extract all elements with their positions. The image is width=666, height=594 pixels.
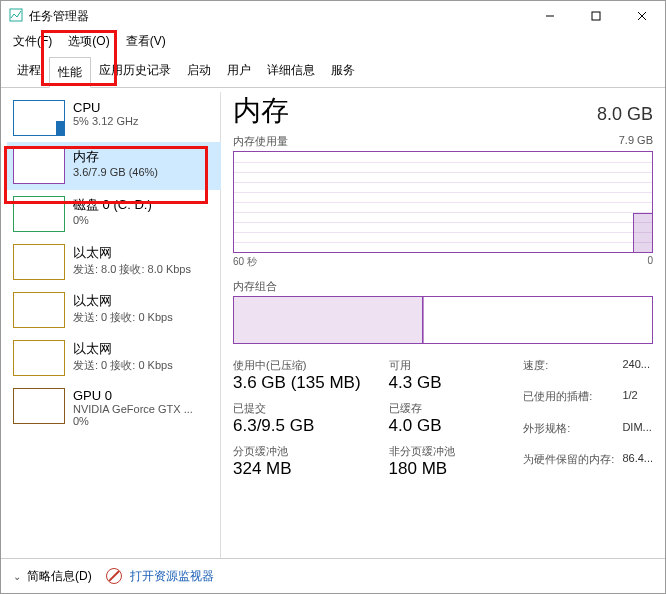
sidebar-item-sub: 3.6/7.9 GB (46%) bbox=[73, 166, 158, 178]
sidebar-item-label: 内存 bbox=[73, 148, 158, 166]
usage-graph-max: 7.9 GB bbox=[619, 134, 653, 149]
minimize-button[interactable] bbox=[527, 1, 573, 31]
paged-label: 分页缓冲池 bbox=[233, 444, 288, 459]
tab-details[interactable]: 详细信息 bbox=[259, 56, 323, 87]
sidebar-item-ethernet-1[interactable]: 以太网 发送: 0 接收: 0 Kbps bbox=[7, 286, 221, 334]
open-resource-monitor-link[interactable]: 打开资源监视器 bbox=[130, 568, 214, 585]
app-icon bbox=[9, 8, 23, 25]
sidebar-item-sub: 发送: 0 接收: 0 Kbps bbox=[73, 358, 173, 373]
sidebar-item-sub: NVIDIA GeForce GTX ... bbox=[73, 403, 193, 415]
gpu-thumbnail-icon bbox=[13, 388, 65, 424]
sidebar-item-ethernet-2[interactable]: 以太网 发送: 0 接收: 0 Kbps bbox=[7, 334, 221, 382]
slots-value: 1/2 bbox=[622, 389, 653, 416]
sidebar-item-label: CPU bbox=[73, 100, 138, 115]
main-panel: 内存 8.0 GB 内存使用量 7.9 GB 60 秒 0 内存组合 bbox=[221, 88, 665, 558]
net-thumbnail-icon bbox=[13, 340, 65, 376]
tab-startup[interactable]: 启动 bbox=[179, 56, 219, 87]
footer: ⌄ 简略信息(D) 打开资源监视器 bbox=[1, 558, 665, 593]
sidebar-item-sub: 发送: 0 接收: 0 Kbps bbox=[73, 310, 173, 325]
prohibited-icon bbox=[106, 568, 122, 584]
sidebar-item-sub: 发送: 8.0 接收: 8.0 Kbps bbox=[73, 262, 191, 277]
disk-thumbnail-icon bbox=[13, 196, 65, 232]
page-title: 内存 bbox=[233, 92, 289, 130]
slots-label: 已使用的插槽: bbox=[523, 389, 614, 416]
available-value: 4.3 GB bbox=[389, 373, 455, 393]
available-label: 可用 bbox=[389, 358, 411, 373]
speed-label: 速度: bbox=[523, 358, 614, 385]
tab-users[interactable]: 用户 bbox=[219, 56, 259, 87]
tabs: 进程 性能 应用历史记录 启动 用户 详细信息 服务 bbox=[1, 56, 665, 88]
tab-services[interactable]: 服务 bbox=[323, 56, 363, 87]
nonpaged-value: 180 MB bbox=[389, 459, 455, 479]
committed-label: 已提交 bbox=[233, 401, 266, 416]
net-thumbnail-icon bbox=[13, 244, 65, 280]
chevron-down-icon[interactable]: ⌄ bbox=[13, 571, 21, 582]
memory-usage-graph[interactable] bbox=[233, 151, 653, 253]
window-title: 任务管理器 bbox=[29, 8, 527, 25]
sidebar-item-label: 磁盘 0 (C: D:) bbox=[73, 196, 152, 214]
committed-value: 6.3/9.5 GB bbox=[233, 416, 361, 436]
speed-value: 240... bbox=[622, 358, 653, 385]
composition-label: 内存组合 bbox=[233, 279, 653, 294]
titlebar: 任务管理器 bbox=[1, 1, 665, 31]
svg-rect-0 bbox=[10, 9, 22, 21]
maximize-button[interactable] bbox=[573, 1, 619, 31]
sidebar-item-label: 以太网 bbox=[73, 244, 191, 262]
sidebar-item-memory[interactable]: 内存 3.6/7.9 GB (46%) bbox=[7, 142, 221, 190]
sidebar-item-label: 以太网 bbox=[73, 292, 173, 310]
inuse-value: 3.6 GB (135 MB) bbox=[233, 373, 361, 393]
tab-performance[interactable]: 性能 bbox=[49, 57, 91, 88]
net-thumbnail-icon bbox=[13, 292, 65, 328]
total-memory: 8.0 GB bbox=[597, 104, 653, 125]
axis-right: 0 bbox=[647, 255, 653, 269]
menubar: 文件(F) 选项(O) 查看(V) bbox=[1, 31, 665, 56]
form-value: DIM... bbox=[622, 421, 653, 448]
sidebar-item-label: 以太网 bbox=[73, 340, 173, 358]
reserved-label: 为硬件保留的内存: bbox=[523, 452, 614, 479]
form-label: 外形规格: bbox=[523, 421, 614, 448]
axis-left: 60 秒 bbox=[233, 255, 257, 269]
sidebar-item-sub: 5% 3.12 GHz bbox=[73, 115, 138, 127]
sidebar-item-sub2: 0% bbox=[73, 415, 193, 427]
menu-file[interactable]: 文件(F) bbox=[9, 31, 56, 52]
inuse-label: 使用中(已压缩) bbox=[233, 358, 306, 373]
nonpaged-label: 非分页缓冲池 bbox=[389, 444, 455, 459]
memory-composition-graph[interactable] bbox=[233, 296, 653, 344]
menu-options[interactable]: 选项(O) bbox=[64, 31, 113, 52]
sidebar-item-ethernet-0[interactable]: 以太网 发送: 8.0 接收: 8.0 Kbps bbox=[7, 238, 221, 286]
reserved-value: 86.4... bbox=[622, 452, 653, 479]
fewer-details-link[interactable]: 简略信息(D) bbox=[27, 568, 92, 585]
close-button[interactable] bbox=[619, 1, 665, 31]
cached-label: 已缓存 bbox=[389, 401, 422, 416]
svg-rect-2 bbox=[592, 12, 600, 20]
memory-thumbnail-icon bbox=[13, 148, 65, 184]
tab-app-history[interactable]: 应用历史记录 bbox=[91, 56, 179, 87]
tab-processes[interactable]: 进程 bbox=[9, 56, 49, 87]
cached-value: 4.0 GB bbox=[389, 416, 455, 436]
cpu-thumbnail-icon bbox=[13, 100, 65, 136]
sidebar-item-disk[interactable]: 磁盘 0 (C: D:) 0% bbox=[7, 190, 221, 238]
sidebar-item-gpu[interactable]: GPU 0 NVIDIA GeForce GTX ... 0% bbox=[7, 382, 221, 433]
paged-value: 324 MB bbox=[233, 459, 361, 479]
sidebar: CPU 5% 3.12 GHz 内存 3.6/7.9 GB (46%) 磁盘 0… bbox=[1, 88, 221, 558]
menu-view[interactable]: 查看(V) bbox=[122, 31, 170, 52]
sidebar-item-label: GPU 0 bbox=[73, 388, 193, 403]
sidebar-item-sub: 0% bbox=[73, 214, 152, 226]
sidebar-item-cpu[interactable]: CPU 5% 3.12 GHz bbox=[7, 94, 221, 142]
usage-graph-label: 内存使用量 bbox=[233, 134, 288, 149]
task-manager-window: 任务管理器 文件(F) 选项(O) 查看(V) 进程 性能 应用历史记录 启动 … bbox=[0, 0, 666, 594]
